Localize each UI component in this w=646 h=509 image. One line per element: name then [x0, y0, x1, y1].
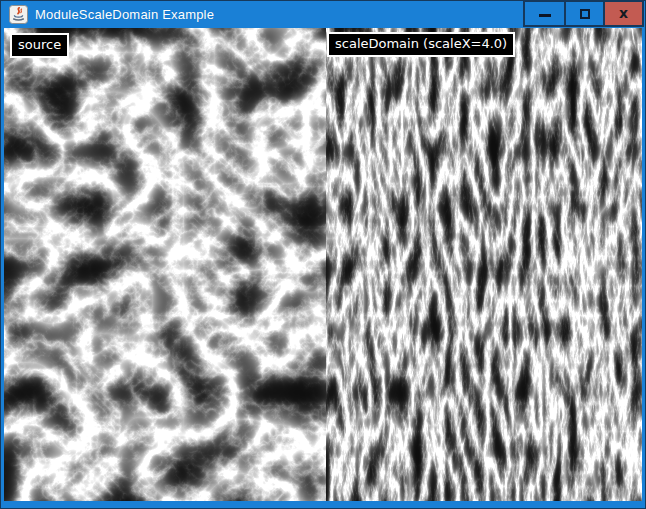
close-button[interactable]: x [603, 2, 642, 25]
close-icon: x [619, 6, 628, 21]
window-title: ModuleScaleDomain Example [35, 7, 214, 22]
minimize-button[interactable] [525, 2, 564, 25]
maximize-icon [580, 9, 590, 19]
scaledomain-label: scaleDomain (scaleX=4.0) [327, 32, 515, 57]
maximize-button[interactable] [564, 2, 603, 25]
source-noise-canvas [4, 28, 326, 501]
panel-source: source [4, 28, 326, 501]
panel-scaledomain: scaleDomain (scaleX=4.0) [326, 28, 642, 501]
app-window: ModuleScaleDomain Example x source scale… [0, 0, 646, 509]
source-label: source [10, 33, 69, 58]
minimize-icon [539, 14, 551, 17]
java-coffee-icon[interactable] [9, 5, 28, 24]
scaledomain-noise-canvas [326, 28, 642, 501]
render-area: source scaleDomain (scaleX=4.0) [4, 28, 642, 501]
window-controls: x [523, 0, 644, 27]
titlebar[interactable]: ModuleScaleDomain Example x [1, 1, 645, 28]
